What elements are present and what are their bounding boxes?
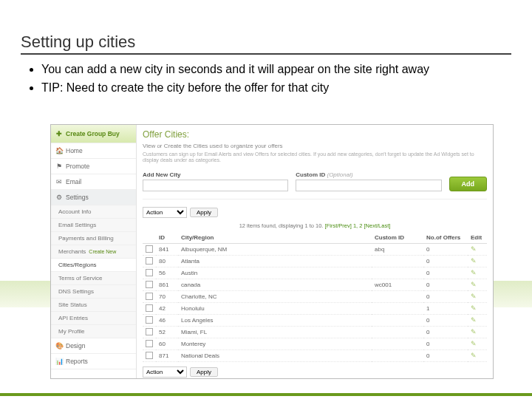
settings-api-entries[interactable]: API Entries: [51, 312, 136, 325]
bulk-action-select-bottom[interactable]: Action: [143, 366, 187, 378]
sidebar-item-design[interactable]: 🎨 Design: [51, 338, 136, 354]
sidebar-sub-label: Terms of Service: [58, 275, 103, 282]
sidebar-sub-label: DNS Settings: [58, 288, 94, 295]
cell-custom: abq: [372, 243, 423, 255]
edit-icon[interactable]: ✎: [471, 328, 477, 335]
page-title: Setting up cities: [21, 33, 511, 52]
sidebar-create-group-buy[interactable]: ✚ Create Group Buy: [51, 125, 136, 143]
edit-icon[interactable]: ✎: [471, 245, 477, 253]
sidebar: ✚ Create Group Buy 🏠 Home ⚑ Promote ✉ Em…: [51, 125, 137, 378]
settings-payments-billing[interactable]: Payments and Billing: [51, 232, 136, 245]
sidebar-item-label: Settings: [66, 194, 89, 201]
plus-icon: ✚: [55, 130, 63, 137]
cell-offers: 0: [423, 326, 468, 338]
table-row: 60Monterey0✎: [143, 338, 487, 349]
sidebar-item-email[interactable]: ✉ Email: [51, 174, 136, 190]
settings-merchants[interactable]: MerchantsCreate New: [51, 245, 136, 259]
cell-city[interactable]: National Deals: [178, 349, 372, 361]
table-row: 871National Deals0✎: [143, 349, 487, 361]
settings-account-info[interactable]: Account Info: [51, 205, 136, 219]
add-button[interactable]: Add: [449, 177, 488, 191]
table-row: 80Atlanta0✎: [143, 255, 487, 267]
th-id[interactable]: ID: [156, 232, 178, 244]
flag-icon: ⚑: [55, 163, 63, 170]
settings-dns-settings[interactable]: DNS Settings: [51, 285, 136, 299]
cell-custom: wc001: [372, 279, 423, 290]
main-content: Offer Cities: View or Create the Cities …: [137, 125, 493, 378]
table-row: 56Austin0✎: [143, 267, 487, 279]
cell-city[interactable]: canada: [178, 279, 372, 290]
panel-title: Offer Cities:: [143, 129, 487, 140]
pager-links[interactable]: [First/Prev] 1, 2 [Next/Last]: [325, 222, 391, 229]
cell-custom: [372, 290, 423, 302]
cell-city[interactable]: Albuquerque, NM: [178, 243, 372, 255]
row-checkbox[interactable]: [146, 281, 153, 288]
settings-terms-of-service[interactable]: Terms of Service: [51, 272, 136, 285]
cell-id: 80: [156, 255, 178, 267]
settings-site-status[interactable]: Site Status: [51, 299, 136, 312]
settings-my-profile[interactable]: My Profile: [51, 325, 136, 338]
cell-id: 841: [156, 243, 178, 255]
cell-id: 46: [156, 314, 178, 326]
settings-cities-regions[interactable]: Cities/Regions: [51, 259, 136, 272]
bullet-item: You can add a new city in seconds and it…: [41, 62, 510, 78]
cell-id: 52: [156, 326, 178, 338]
row-checkbox[interactable]: [146, 316, 153, 324]
th-offers[interactable]: No.of Offers: [423, 232, 468, 244]
edit-icon[interactable]: ✎: [471, 269, 477, 276]
row-checkbox[interactable]: [146, 304, 153, 312]
sidebar-item-promote[interactable]: ⚑ Promote: [51, 159, 136, 174]
row-checkbox[interactable]: [146, 269, 153, 276]
sidebar-item-label: Promote: [66, 163, 89, 170]
cell-offers: 0: [423, 338, 468, 349]
row-checkbox[interactable]: [146, 352, 153, 359]
cell-city[interactable]: Miami, FL: [178, 326, 372, 338]
row-checkbox[interactable]: [146, 257, 153, 265]
cell-id: 871: [156, 349, 178, 361]
bulk-action-select[interactable]: Action: [143, 207, 187, 218]
row-checkbox[interactable]: [146, 340, 153, 347]
edit-icon[interactable]: ✎: [471, 293, 477, 300]
cell-city[interactable]: Los Angeles: [178, 314, 372, 326]
th-city[interactable]: City/Region: [178, 232, 372, 244]
cell-city[interactable]: Honolulu: [178, 302, 372, 314]
cell-city[interactable]: Monterey: [178, 338, 372, 349]
sidebar-item-settings[interactable]: ⚙ Settings: [51, 190, 136, 205]
cell-offers: 1: [423, 302, 468, 314]
cell-offers: 0: [423, 349, 468, 361]
cell-offers: 0: [423, 290, 468, 302]
sidebar-sub-label: Cities/Regions: [58, 262, 97, 268]
custom-id-input[interactable]: [296, 180, 441, 191]
cell-city[interactable]: Charlotte, NC: [178, 290, 372, 302]
edit-icon[interactable]: ✎: [471, 352, 477, 359]
create-new-link[interactable]: Create New: [89, 249, 116, 254]
cell-custom: [372, 302, 423, 314]
sidebar-sub-label: Merchants: [58, 248, 86, 255]
add-city-input[interactable]: [143, 180, 288, 191]
th-custom[interactable]: Custom ID: [372, 232, 423, 244]
cell-city[interactable]: Atlanta: [178, 255, 372, 267]
cell-custom: [372, 349, 423, 361]
panel-subtitle: View or Create the Cities used to organi…: [143, 143, 487, 149]
sidebar-item-home[interactable]: 🏠 Home: [51, 143, 136, 159]
settings-email-settings[interactable]: Email Settings: [51, 219, 136, 232]
cell-offers: 0: [423, 279, 468, 290]
row-checkbox[interactable]: [146, 328, 153, 335]
sidebar-item-reports[interactable]: 📊 Reports: [51, 354, 136, 369]
bullet-list: You can add a new city in seconds and it…: [41, 62, 510, 99]
table-row: 861canadawc0010✎: [143, 279, 487, 290]
custom-id-label: Custom ID (Optional): [296, 171, 441, 178]
row-checkbox[interactable]: [146, 245, 153, 253]
edit-icon[interactable]: ✎: [471, 257, 477, 265]
cell-custom: [372, 314, 423, 326]
row-checkbox[interactable]: [146, 293, 153, 300]
edit-icon[interactable]: ✎: [471, 304, 477, 312]
cell-city[interactable]: Austin: [178, 267, 372, 279]
edit-icon[interactable]: ✎: [471, 316, 477, 324]
apply-button-bottom[interactable]: Apply: [190, 367, 218, 377]
cities-table: ID City/Region Custom ID No.of Offers Ed…: [143, 232, 487, 362]
edit-icon[interactable]: ✎: [471, 281, 477, 288]
pager-text: 12 items found, displaying 1 to 10. [Fir…: [143, 222, 487, 229]
apply-button[interactable]: Apply: [190, 208, 218, 217]
edit-icon[interactable]: ✎: [471, 340, 477, 347]
